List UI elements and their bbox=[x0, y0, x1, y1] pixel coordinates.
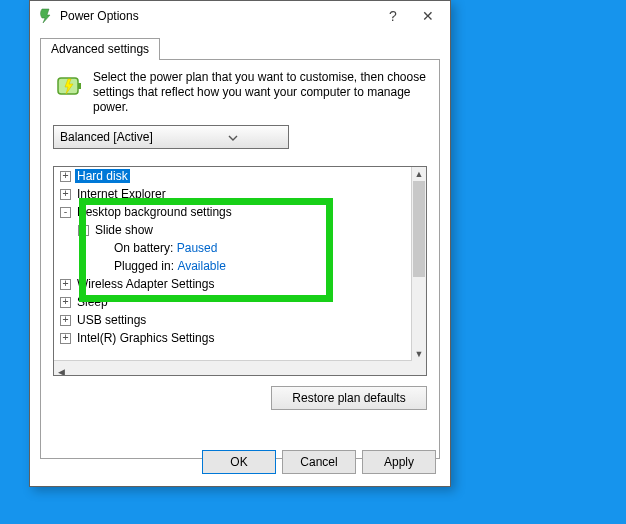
tree-item-on-battery[interactable]: On battery: Paused bbox=[54, 239, 412, 257]
restore-defaults-button[interactable]: Restore plan defaults bbox=[271, 386, 427, 410]
dialog-button-row: OK Cancel Apply bbox=[202, 450, 436, 474]
tree-item-sleep[interactable]: + Sleep bbox=[54, 293, 412, 311]
tree-item-hard-disk[interactable]: + Hard disk bbox=[54, 167, 412, 185]
tree-item-wireless[interactable]: + Wireless Adapter Settings bbox=[54, 275, 412, 293]
tree-label: Hard disk bbox=[75, 169, 130, 183]
expand-icon[interactable]: + bbox=[60, 279, 71, 290]
scroll-up-icon[interactable]: ▲ bbox=[412, 167, 426, 181]
tree-item-slide-show[interactable]: - Slide show bbox=[54, 221, 412, 239]
svg-rect-1 bbox=[78, 83, 81, 89]
scroll-down-icon[interactable]: ▼ bbox=[412, 347, 426, 361]
tree-label: USB settings bbox=[75, 313, 148, 327]
expand-icon[interactable]: + bbox=[60, 315, 71, 326]
tree-label: Slide show bbox=[93, 223, 155, 237]
expand-icon[interactable]: + bbox=[60, 333, 71, 344]
collapse-icon[interactable]: - bbox=[60, 207, 71, 218]
button-label: Restore plan defaults bbox=[292, 391, 405, 405]
settings-tree: + Hard disk + Internet Explorer - Deskto… bbox=[53, 166, 427, 376]
setting-value[interactable]: Paused bbox=[177, 241, 218, 255]
scroll-corner bbox=[412, 361, 426, 375]
tab-panel: Select the power plan that you want to c… bbox=[40, 59, 440, 459]
scroll-track[interactable] bbox=[412, 181, 426, 347]
power-options-dialog: Power Options ? ✕ Advanced settings Sele… bbox=[29, 0, 451, 487]
scroll-track[interactable] bbox=[71, 361, 401, 375]
horizontal-scrollbar[interactable]: ◀ ▶ bbox=[54, 360, 412, 375]
cancel-button[interactable]: Cancel bbox=[282, 450, 356, 474]
close-button[interactable]: ✕ bbox=[408, 8, 448, 24]
scroll-left-icon[interactable]: ◀ bbox=[54, 365, 68, 376]
expand-icon[interactable]: + bbox=[60, 189, 71, 200]
plan-dropdown[interactable]: Balanced [Active] bbox=[53, 125, 289, 149]
setting-value[interactable]: Available bbox=[177, 259, 225, 273]
tree-label: Wireless Adapter Settings bbox=[75, 277, 216, 291]
intro-text: Select the power plan that you want to c… bbox=[93, 70, 427, 115]
power-options-icon bbox=[38, 8, 54, 24]
chevron-down-icon bbox=[171, 130, 288, 144]
setting-label: On battery: bbox=[114, 241, 173, 255]
tab-advanced-settings[interactable]: Advanced settings bbox=[40, 38, 160, 60]
tree-label: Desktop background settings bbox=[75, 205, 234, 219]
tree-label: Intel(R) Graphics Settings bbox=[75, 331, 216, 345]
tree-item-usb[interactable]: + USB settings bbox=[54, 311, 412, 329]
battery-icon bbox=[53, 70, 85, 102]
window-title: Power Options bbox=[60, 9, 378, 23]
collapse-icon[interactable]: - bbox=[78, 225, 89, 236]
tree-label: Sleep bbox=[75, 295, 110, 309]
titlebar: Power Options ? ✕ bbox=[30, 1, 450, 31]
ok-button[interactable]: OK bbox=[202, 450, 276, 474]
button-label: Apply bbox=[384, 455, 414, 469]
tree-item-desktop-background[interactable]: - Desktop background settings bbox=[54, 203, 412, 221]
expand-icon[interactable]: + bbox=[60, 297, 71, 308]
apply-button[interactable]: Apply bbox=[362, 450, 436, 474]
button-label: OK bbox=[230, 455, 247, 469]
tree-viewport: + Hard disk + Internet Explorer - Deskto… bbox=[54, 167, 412, 361]
plan-selected: Balanced [Active] bbox=[54, 130, 171, 144]
help-button[interactable]: ? bbox=[378, 8, 408, 24]
vertical-scrollbar[interactable]: ▲ ▼ bbox=[411, 167, 426, 361]
tree-label: Internet Explorer bbox=[75, 187, 168, 201]
setting-label: Plugged in: bbox=[114, 259, 174, 273]
button-label: Cancel bbox=[300, 455, 337, 469]
tab-strip: Advanced settings bbox=[40, 37, 440, 59]
expand-icon[interactable]: + bbox=[60, 171, 71, 182]
intro-row: Select the power plan that you want to c… bbox=[41, 60, 439, 121]
tree-item-plugged-in[interactable]: Plugged in: Available bbox=[54, 257, 412, 275]
scroll-thumb[interactable] bbox=[413, 181, 425, 277]
tree-item-intel-graphics[interactable]: + Intel(R) Graphics Settings bbox=[54, 329, 412, 347]
tree-item-internet-explorer[interactable]: + Internet Explorer bbox=[54, 185, 412, 203]
